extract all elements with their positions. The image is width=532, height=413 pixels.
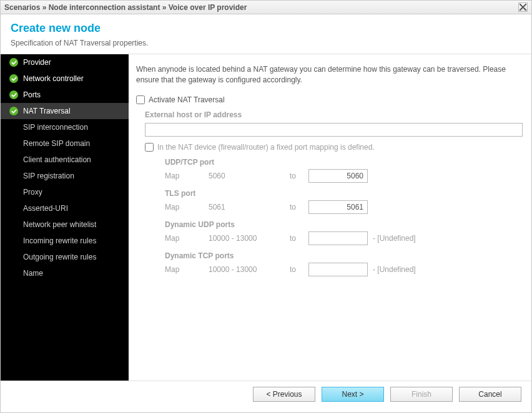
sidebar-item-label: Network peer whitelist bbox=[23, 220, 96, 229]
check-icon bbox=[9, 74, 18, 83]
to-label: to bbox=[290, 172, 308, 180]
sidebar-item-label: Provider bbox=[23, 58, 51, 67]
sidebar-item-sip-interconnection[interactable]: SIP interconnection bbox=[1, 119, 129, 135]
dyn-udp-title: Dynamic UDP ports bbox=[165, 220, 521, 229]
wizard-footer: < Previous Next > Finish Cancel bbox=[1, 381, 531, 407]
activate-nat-checkbox[interactable] bbox=[136, 95, 145, 104]
sidebar-item-remote-sip-domain[interactable]: Remote SIP domain bbox=[1, 135, 129, 152]
sidebar-item-label: Proxy bbox=[23, 188, 42, 197]
sidebar-item-label: Network controller bbox=[23, 74, 84, 83]
ext-host-label: External host or IP address bbox=[145, 110, 521, 119]
cancel-button[interactable]: Cancel bbox=[459, 387, 521, 402]
finish-button[interactable]: Finish bbox=[390, 387, 453, 402]
map-label: Map bbox=[165, 265, 209, 274]
map-label: Map bbox=[165, 172, 209, 180]
tls-port-row: Map 5061 to bbox=[165, 200, 521, 214]
dyn-tcp-row: Map 10000 - 13000 to - [Undefined] bbox=[165, 263, 521, 276]
check-icon bbox=[9, 58, 18, 67]
fixed-mapping-row: In the NAT device (firewall/router) a fi… bbox=[145, 143, 521, 152]
close-icon bbox=[519, 3, 527, 11]
sidebar-item-label: Ports bbox=[23, 90, 41, 99]
to-label: to bbox=[290, 203, 308, 211]
wizard-sidebar: ProviderNetwork controllerPortsNAT Trave… bbox=[1, 54, 129, 381]
activate-nat-label: Activate NAT Traversal bbox=[149, 95, 225, 104]
map-label: Map bbox=[165, 234, 209, 243]
sidebar-item-provider[interactable]: Provider bbox=[1, 54, 129, 70]
page-subtitle: Specification of NAT Traversal propertie… bbox=[11, 39, 521, 47]
sidebar-item-asserted-uri[interactable]: Asserted-URI bbox=[1, 200, 129, 216]
udp-from-value: 5060 bbox=[209, 172, 290, 180]
to-label: to bbox=[290, 234, 308, 243]
sidebar-item-label: Client authentication bbox=[23, 155, 91, 164]
sidebar-item-name[interactable]: Name bbox=[1, 265, 129, 281]
dyn-tcp-from-value: 10000 - 13000 bbox=[209, 265, 290, 274]
dyn-udp-suffix: - [Undefined] bbox=[373, 234, 416, 243]
dyn-udp-row: Map 10000 - 13000 to - [Undefined] bbox=[165, 231, 521, 245]
wizard-body: ProviderNetwork controllerPortsNAT Trave… bbox=[1, 54, 531, 381]
wizard-header: Create new node Specification of NAT Tra… bbox=[1, 14, 531, 54]
check-icon bbox=[9, 90, 18, 99]
sidebar-item-outgoing-rewrite-rules[interactable]: Outgoing rewrite rules bbox=[1, 249, 129, 265]
tls-from-value: 5061 bbox=[209, 203, 290, 211]
fixed-mapping-label: In the NAT device (firewall/router) a fi… bbox=[157, 143, 375, 152]
next-button[interactable]: Next > bbox=[322, 387, 384, 402]
sidebar-item-label: NAT Traversal bbox=[23, 107, 71, 115]
dyn-udp-from-value: 10000 - 13000 bbox=[209, 234, 290, 243]
dyn-udp-to-input[interactable] bbox=[308, 231, 368, 245]
dyn-tcp-title: Dynamic TCP ports bbox=[165, 251, 521, 260]
map-label: Map bbox=[165, 203, 209, 211]
sidebar-item-label: SIP interconnection bbox=[23, 123, 88, 132]
close-button[interactable] bbox=[518, 2, 528, 12]
sidebar-item-label: Name bbox=[23, 269, 43, 278]
sidebar-item-network-controller[interactable]: Network controller bbox=[1, 70, 129, 87]
sidebar-item-sip-registration[interactable]: SIP registration bbox=[1, 168, 129, 184]
sidebar-item-network-peer-whitelist[interactable]: Network peer whitelist bbox=[1, 216, 129, 233]
intro-text: When anynode is located behind a NAT gat… bbox=[136, 64, 521, 85]
to-label: to bbox=[290, 265, 308, 274]
sidebar-item-label: Outgoing rewrite rules bbox=[23, 253, 96, 261]
tls-to-input[interactable] bbox=[308, 200, 368, 214]
breadcrumb: Scenarios » Node interconnection assista… bbox=[4, 3, 247, 12]
sidebar-item-ports[interactable]: Ports bbox=[1, 87, 129, 103]
sidebar-item-label: Incoming rewrite rules bbox=[23, 236, 96, 245]
sidebar-item-incoming-rewrite-rules[interactable]: Incoming rewrite rules bbox=[1, 233, 129, 249]
sidebar-item-label: SIP registration bbox=[23, 172, 74, 180]
sidebar-item-label: Remote SIP domain bbox=[23, 139, 90, 148]
sidebar-item-proxy[interactable]: Proxy bbox=[1, 184, 129, 200]
udp-port-row: Map 5060 to bbox=[165, 169, 521, 183]
activate-nat-row: Activate NAT Traversal bbox=[136, 95, 521, 104]
udp-to-input[interactable] bbox=[308, 169, 368, 183]
dyn-tcp-to-input[interactable] bbox=[308, 263, 368, 276]
check-icon bbox=[9, 107, 18, 115]
sidebar-item-label: Asserted-URI bbox=[23, 204, 68, 213]
sidebar-item-client-authentication[interactable]: Client authentication bbox=[1, 152, 129, 168]
wizard-content: When anynode is located behind a NAT gat… bbox=[129, 54, 531, 381]
dyn-tcp-suffix: - [Undefined] bbox=[373, 265, 416, 274]
fixed-mapping-checkbox[interactable] bbox=[145, 143, 154, 152]
titlebar: Scenarios » Node interconnection assista… bbox=[1, 1, 531, 14]
sidebar-item-nat-traversal[interactable]: NAT Traversal bbox=[1, 103, 129, 119]
page-title: Create new node bbox=[11, 22, 521, 35]
previous-button[interactable]: < Previous bbox=[253, 387, 315, 402]
ext-host-input[interactable] bbox=[145, 123, 523, 137]
udp-port-title: UDP/TCP port bbox=[165, 158, 521, 167]
tls-port-title: TLS port bbox=[165, 189, 521, 198]
